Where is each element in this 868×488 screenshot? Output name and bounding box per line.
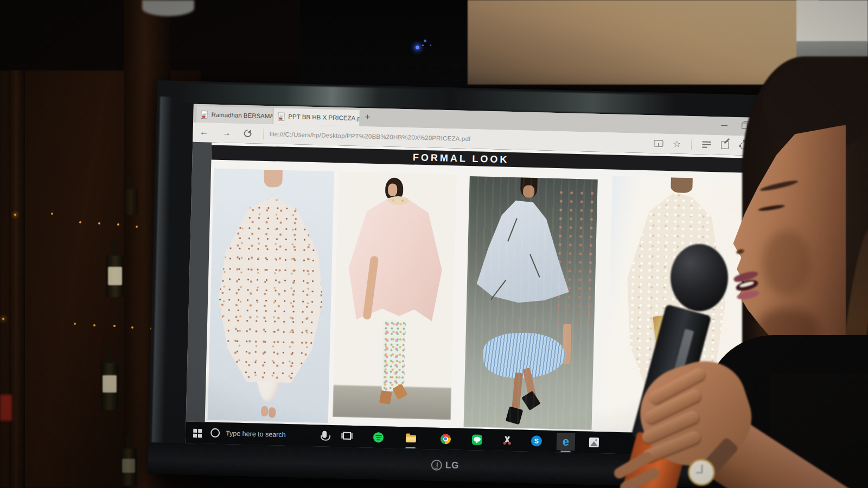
slide-image-3 [464,176,598,430]
red-object-edge [0,395,12,421]
platform-shoe [521,391,540,410]
model-head [264,170,282,188]
white-shelf-corner [796,0,868,42]
web-note-icon[interactable] [716,137,735,153]
lg-face-icon [431,460,442,471]
taskbar-file-explorer-icon[interactable] [401,429,420,447]
ceiling-speaker [300,0,469,88]
taskbar-spotify-icon[interactable] [369,428,388,446]
photo-scene: Ramadhan BERSAMAPricez PPT BB HB X PRICE… [0,0,868,488]
back-button[interactable]: ← [193,127,215,138]
hub-icon[interactable] [697,136,716,153]
pdf-file-icon [278,112,284,120]
refresh-icon[interactable] [242,128,253,139]
slide-title: FORMAL LOOK [413,152,509,165]
reading-view-icon[interactable] [649,135,668,152]
shelf-lights-row1 [14,214,16,216]
tab-label: PPT BB HB X PRICEZA.p [288,113,359,121]
model-hair [671,177,692,193]
start-button[interactable] [193,429,197,433]
minimize-button[interactable]: — [721,121,727,129]
taskbar-chrome-icon[interactable] [436,430,455,448]
botanical-print [490,279,507,300]
address-bar[interactable]: file:///C:/Users/hp/Desktop/PPT%20BB%20H… [269,131,470,142]
wine-bottle-2 [101,362,118,410]
beige-wall [468,0,819,85]
ceiling-fixture [142,0,194,16]
forward-button[interactable]: → [215,127,237,139]
platform-shoe [506,406,523,425]
taskbar-snipping-tool-icon[interactable] [498,432,517,450]
model-face [523,185,535,198]
model-feet [261,406,269,416]
floral-pants [381,320,406,391]
new-tab-button[interactable]: + [365,112,370,121]
shelf-lights-row2 [2,318,4,320]
tab-label: Ramadhan BERSAMAPricez [211,111,272,120]
lg-logo: LG [431,458,459,473]
model-leg [511,373,522,413]
organza-dress [473,196,574,349]
taskbar-photos-icon[interactable] [585,433,604,451]
toolbar-divider [691,139,692,150]
wine-bottle-3 [120,448,137,486]
search-circle-icon[interactable] [210,428,220,438]
taskbar-skype-icon[interactable]: S [527,432,546,450]
taskbar-search-box[interactable]: Type here to search [226,429,286,439]
blue-led-light [416,46,419,49]
watch-face [688,459,715,486]
wine-bottle-1 [106,255,124,297]
lg-brand-text: LG [445,460,459,471]
microphone-head [671,244,728,311]
wood-post-left [9,70,25,488]
heel-left [379,390,392,404]
model-face [387,184,397,196]
botanical-print [507,218,518,242]
pdf-file-icon [201,110,207,118]
striped-ruffle-hem [482,331,566,380]
cheek-shading [762,230,811,296]
background-model-leg [563,324,571,364]
model-hair [520,177,538,198]
microphone-icon[interactable] [322,431,327,438]
model-leg [522,368,537,401]
slide-image-2 [333,171,457,420]
slide-image-1 [208,169,334,423]
toolbar-divider [263,129,264,139]
taskbar-line-icon[interactable] [468,431,487,448]
wine-bottle-4 [124,189,138,215]
tab-ppt-priceza-active[interactable]: PPT BB HB X PRICEZA.p × [273,108,360,126]
blush-tunic [344,194,446,338]
botanical-print [529,254,540,277]
butterfly-cape [213,191,329,400]
background-model [553,189,595,330]
tab-ramadhan-bersama[interactable]: Ramadhan BERSAMAPricez [196,106,273,124]
favorites-star-icon[interactable]: ☆ [667,136,686,152]
taskbar-edge-icon[interactable]: e [557,433,576,451]
task-view-icon[interactable] [343,432,351,440]
